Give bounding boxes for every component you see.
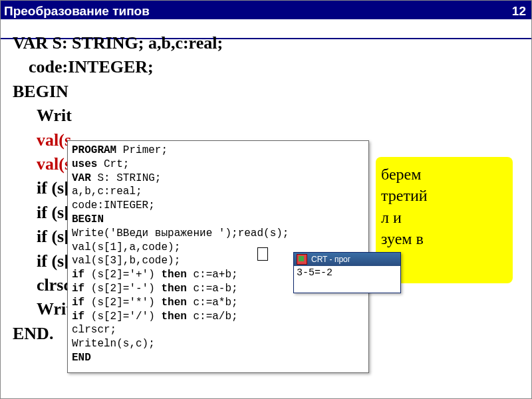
editor-line: END [72, 351, 364, 365]
crt-app-icon [297, 254, 307, 265]
slide-title: Преобразование типов [4, 2, 150, 21]
editor-line: Write('ВВеди выражение ');read(s); [72, 227, 364, 241]
keyword: then [161, 269, 186, 281]
keyword: if [72, 283, 84, 295]
code-text: (s[2]='+') [84, 269, 161, 281]
code-line: BEGIN [13, 80, 223, 104]
keyword: uses [72, 158, 97, 170]
keyword: if [72, 311, 84, 323]
code-text: c:=a-b; [187, 283, 238, 295]
keyword: then [161, 311, 186, 323]
keyword: if [72, 297, 84, 309]
code-text: c:=a*b; [187, 297, 238, 309]
slide-header: Преобразование типов 12 [1, 1, 531, 19]
keyword: VAR [72, 172, 91, 184]
crt-output-window[interactable]: CRT - прог 3-5=-2 [293, 252, 401, 293]
selection-marker [257, 247, 268, 261]
editor-line: PROGRAM Primer; [72, 144, 364, 158]
sticky-line: л и [381, 207, 507, 228]
code-text: val(s [37, 154, 71, 174]
code-text: (s[2]='*') [84, 297, 161, 309]
code-text: c:=a/b; [187, 311, 238, 323]
sticky-line: берем [381, 164, 507, 185]
sticky-line: третий [381, 185, 507, 206]
editor-line: if (s[2]='*') then c:=a*b; [72, 296, 364, 310]
code-text: (s[2]='-') [84, 283, 161, 295]
keyword: then [161, 283, 186, 295]
slide-number: 12 [512, 2, 526, 21]
editor-line: clrscr; [72, 323, 364, 337]
editor-line: if (s[2]='/') then c:=a/b; [72, 310, 364, 324]
keyword: PROGRAM [72, 144, 116, 156]
code-line: VAR S: STRING; a,b,c:real; [13, 31, 223, 55]
editor-line: code:INTEGER; [72, 199, 364, 213]
crt-title-text: CRT - прог [311, 253, 350, 266]
editor-line: Writeln(s,c); [72, 337, 364, 351]
editor-line: a,b,c:real; [72, 185, 364, 199]
sticky-line: зуем в [381, 228, 507, 249]
editor-line: uses Crt; [72, 158, 364, 172]
code-line: code:INTEGER; [29, 55, 223, 79]
keyword: then [161, 297, 186, 309]
slide: Преобразование типов 12 VAR S: STRING; a… [0, 0, 532, 399]
crt-titlebar[interactable]: CRT - прог [294, 253, 400, 266]
code-text: S: STRING; [91, 172, 162, 184]
crt-output: 3-5=-2 [294, 266, 400, 280]
editor-line: BEGIN [72, 213, 364, 227]
keyword: if [72, 269, 84, 281]
code-text: c:=a+b; [187, 269, 238, 281]
editor-line: VAR S: STRING; [72, 172, 364, 186]
code-line: Writ [37, 104, 223, 128]
code-text: (s[2]='/') [84, 311, 161, 323]
code-text: Primer; [116, 144, 168, 156]
code-text: val(s [37, 130, 71, 150]
code-text: Crt; [97, 158, 129, 170]
